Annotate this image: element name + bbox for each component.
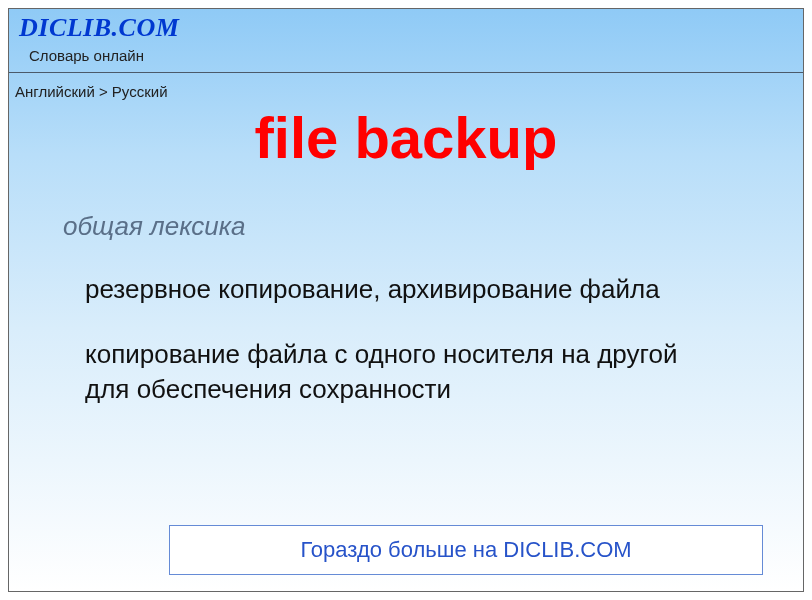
definition-item: резервное копирование, архивирование фай… xyxy=(85,272,705,307)
entry-domain-label: общая лексика xyxy=(63,211,749,242)
dictionary-term: file backup xyxy=(9,104,803,171)
more-on-diclib-link[interactable]: Гораздо больше на DICLIB.COM xyxy=(169,525,763,575)
dictionary-entry: общая лексика резервное копирование, арх… xyxy=(9,211,803,407)
site-header: DICLIB.COM Словарь онлайн xyxy=(9,9,803,72)
site-subtitle: Словарь онлайн xyxy=(29,47,793,64)
page-card: DICLIB.COM Словарь онлайн Английский > Р… xyxy=(8,8,804,592)
breadcrumb[interactable]: Английский > Русский xyxy=(9,73,803,100)
definition-item: копирование файла с одного носителя на д… xyxy=(85,337,705,407)
site-title[interactable]: DICLIB.COM xyxy=(19,13,793,43)
